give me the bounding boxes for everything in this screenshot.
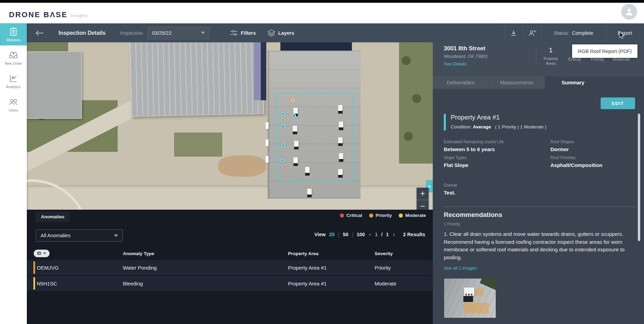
sidebar-item-new-order[interactable]: New Order [0, 47, 27, 69]
field-label: Estimated Remaining Useful Life [444, 139, 504, 144]
map-building [261, 42, 266, 100]
map-zoom-in-button[interactable]: + [417, 188, 429, 200]
map-road [27, 185, 433, 210]
sidebar-item-users[interactable]: Users [0, 94, 27, 116]
legend-label: Priority [376, 213, 392, 218]
map-marker-anomaly[interactable] [280, 158, 285, 163]
tab-summary[interactable]: Summary [545, 76, 601, 89]
property-areas-count: 1 [540, 46, 561, 54]
field-label: Slope Types [444, 155, 469, 160]
top-strip [0, 0, 644, 3]
aerial-map[interactable]: > + − [27, 42, 433, 210]
property-area-polygon[interactable] [277, 93, 354, 182]
separator: | [338, 232, 340, 237]
map-grass [174, 133, 222, 157]
anomaly-highlight-box [475, 288, 483, 296]
field-value: Dormer [550, 146, 574, 152]
pagination-controls: View 25 | 50 | 100 ‹ 1 / 1 › 2 Results [314, 231, 425, 238]
field-value: Test. [444, 190, 457, 196]
legend-label: Moderate [405, 213, 426, 218]
layers-button[interactable]: Layers [268, 30, 294, 36]
clipboard-icon [9, 27, 18, 36]
back-button[interactable] [35, 30, 44, 36]
current-page: 1 [375, 232, 378, 237]
table-row[interactable]: OEMJVG Water Ponding Property Area #1 Pr… [27, 260, 433, 275]
panel-scrollbar[interactable] [638, 114, 640, 241]
summary-tabs: Deliverables Measurements Summary [433, 76, 644, 89]
map-rooftop-unit [307, 189, 312, 195]
prev-page-button[interactable]: ‹ [368, 231, 372, 238]
results-count: 2 Results [403, 232, 425, 237]
cell-id: N5H1SC [36, 281, 122, 286]
cell-severity: Moderate [374, 281, 433, 286]
field-roof-finishes: Roof Finishes Asphalt/Composition [550, 155, 602, 168]
download-button[interactable] [504, 23, 523, 42]
map-marker-priority[interactable] [291, 98, 295, 103]
sidebar-item-label: Missions [7, 38, 21, 42]
chevron-down-icon [43, 252, 46, 254]
map-marker-anomaly[interactable] [281, 112, 285, 116]
brand-logo[interactable]: DRONE BΛSE Insights [9, 10, 88, 19]
map-dirt-patch [218, 155, 266, 177]
next-page-button[interactable]: › [392, 231, 395, 238]
column-property-area: Property Area [287, 251, 374, 256]
table-row[interactable]: N5H1SC Bleeding Property Area #1 Moderat… [27, 276, 433, 291]
map-truck [266, 139, 269, 146]
sidebar-item-analytics[interactable]: Analytics [0, 70, 27, 92]
chart-icon [9, 74, 18, 83]
id-sort-button[interactable]: ID [34, 250, 50, 257]
download-icon [510, 30, 517, 36]
sidebar-item-label: New Order [5, 61, 22, 65]
anomaly-filter-select[interactable]: All Anomalies [36, 229, 123, 242]
total-pages: 1 [386, 232, 389, 237]
see-all-images-link[interactable]: See all 1 images [444, 265, 477, 271]
map-building [129, 42, 265, 117]
property-area-title: Property Area #1 [451, 114, 500, 121]
chevron-down-icon [114, 234, 118, 237]
legend-priority: Priority [369, 213, 392, 218]
tab-label: Measurements [500, 80, 533, 85]
recommendation-thumbnail[interactable] [444, 279, 496, 318]
status-display: Status: Complete [541, 23, 605, 42]
export-menu-item-rgb-roof-report[interactable]: RGB Roof Report (PDF) [578, 49, 632, 54]
tab-measurements[interactable]: Measurements [489, 76, 545, 89]
column-anomaly-type: Anomaly Type [122, 251, 287, 256]
export-button[interactable]: Export [606, 23, 644, 42]
cell-type: Water Ponding [122, 265, 287, 271]
add-user-button[interactable] [523, 23, 541, 42]
edit-button[interactable]: EDIT [601, 97, 635, 109]
field-roof-shapes: Roof Shapes Dormer [550, 139, 574, 152]
tab-label: Summary [561, 80, 584, 85]
recommendations-subtitle: 1 Priority [444, 222, 460, 227]
see-details-link[interactable]: See Details [444, 61, 466, 66]
map-building [280, 42, 352, 51]
map-marker-anomaly[interactable] [292, 114, 296, 118]
export-label: Export [618, 30, 632, 36]
filters-button[interactable]: Filters [230, 30, 256, 36]
users-icon [8, 97, 19, 107]
map-marker-anomaly[interactable] [281, 143, 286, 148]
user-avatar[interactable] [621, 4, 637, 20]
inspection-date-select[interactable]: 03/25/22 [148, 27, 210, 39]
tab-label: Deliverables [447, 80, 474, 85]
field-label: Roof Shapes [550, 139, 574, 144]
tab-deliverables[interactable]: Deliverables [433, 76, 489, 89]
cell-severity: Priority [374, 265, 433, 271]
map-marker-anomaly[interactable] [281, 124, 286, 129]
page-size-25[interactable]: 25 [329, 232, 335, 237]
table-header: ID Anomaly Type Property Area Severity [27, 248, 433, 259]
moderate-dot-icon [399, 213, 403, 218]
sidebar-item-missions[interactable]: Missions [0, 23, 27, 45]
map-zoom-out-button[interactable]: − [417, 200, 429, 210]
condition-detail: ( 1 Priority | 1 Moderate ) [495, 124, 546, 129]
map-tree [412, 94, 421, 103]
page-size-50[interactable]: 50 [343, 232, 348, 237]
anomalies-tab[interactable]: Anomalies [35, 211, 70, 222]
map-truck [266, 122, 269, 129]
page-title: Inspection Details [58, 30, 106, 36]
filters-label: Filters [241, 30, 256, 36]
inspection-date-value: 03/25/22 [152, 30, 171, 36]
page-size-100[interactable]: 100 [356, 232, 365, 237]
cell-area: Property Area #1 [287, 281, 374, 286]
property-areas-label: Property Areas [540, 56, 561, 66]
